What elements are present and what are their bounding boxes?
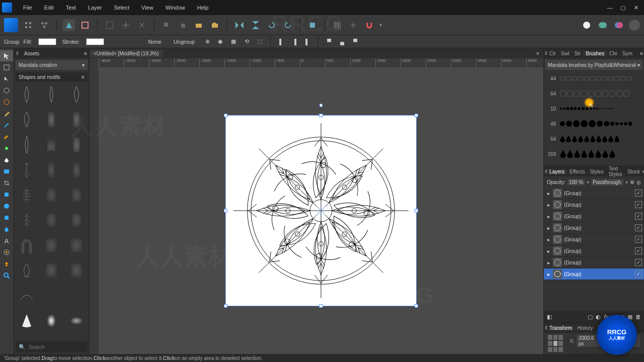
layer-visibility-checkbox[interactable]: ✓ (635, 190, 642, 197)
asset-blur-1[interactable] (42, 110, 61, 129)
asset-leaf-2[interactable] (42, 85, 61, 104)
align-left-icon[interactable]: ▌ (277, 37, 286, 46)
artboard-tool[interactable] (0, 62, 13, 73)
menu-select[interactable]: Select (109, 3, 134, 13)
colour-picker-tool[interactable] (0, 247, 13, 258)
asset-blur-12[interactable] (42, 261, 61, 280)
assets-search-input[interactable] (29, 344, 93, 350)
asset-arch-1[interactable] (17, 236, 36, 255)
asset-blur-11[interactable] (67, 236, 86, 255)
layer-visibility-checkbox[interactable]: ✓ (635, 213, 642, 220)
tab-symbols[interactable]: Sym (620, 51, 635, 56)
asset-fern-1[interactable] (17, 186, 36, 205)
subtract-icon[interactable] (597, 19, 609, 31)
menu-window[interactable]: Window (160, 3, 190, 13)
asset-fern-2[interactable] (17, 211, 36, 230)
asset-flower[interactable] (17, 336, 36, 340)
asset-onion[interactable] (17, 261, 36, 280)
text-tool[interactable]: A (0, 235, 13, 246)
menu-view[interactable]: View (136, 3, 158, 13)
ellipse-tool[interactable] (0, 201, 13, 212)
zoom-tool[interactable] (0, 270, 13, 281)
opacity-value[interactable]: 100 % (568, 179, 585, 186)
tab-stroke[interactable]: Str (572, 51, 583, 56)
menu-layer[interactable]: Layer (83, 3, 107, 13)
rotate-handle[interactable] (319, 104, 323, 107)
snap-grid-icon[interactable] (120, 19, 132, 31)
asset-blur-10[interactable] (42, 236, 61, 255)
layer-expand-icon[interactable]: ▸ (546, 248, 551, 254)
asset-cone[interactable] (17, 311, 36, 330)
tab-brushes[interactable]: Brushes (583, 51, 607, 56)
brush-preset[interactable]: 64 (547, 88, 641, 99)
menu-help[interactable]: Help (192, 3, 214, 13)
view-tool[interactable] (0, 258, 13, 269)
handle-sw[interactable] (224, 304, 227, 308)
tab-history[interactable]: History (575, 325, 595, 331)
tab-transform[interactable]: Transform (547, 325, 575, 331)
point-transform-tool[interactable] (0, 85, 13, 96)
magnet-icon[interactable] (363, 19, 375, 31)
shape-tool[interactable] (0, 189, 13, 200)
assets-section-header[interactable]: Shapes and motifs≡ (16, 72, 88, 82)
handle-w[interactable] (224, 209, 227, 213)
rotate-cw-icon[interactable] (282, 19, 294, 31)
mask-icon[interactable]: ▢ (588, 314, 593, 320)
align-right-icon[interactable]: ▌ (303, 37, 312, 46)
brush-preset[interactable]: 48 (547, 119, 641, 129)
snap-guides-icon[interactable] (136, 19, 148, 31)
close-button[interactable]: ✕ (630, 3, 642, 13)
account-icon[interactable] (629, 20, 640, 31)
menu-file[interactable]: File (18, 3, 37, 13)
grid-icon[interactable] (331, 19, 343, 31)
stroke-none-button[interactable]: None (144, 38, 166, 46)
handle-nw[interactable] (224, 114, 227, 117)
asset-drop-1[interactable] (42, 135, 61, 154)
asset-blur-7[interactable] (67, 186, 86, 205)
tear-tool[interactable] (0, 224, 13, 235)
hide-selection-icon[interactable]: ▦ (229, 37, 238, 46)
layer-target-icon[interactable]: ◎ (636, 179, 641, 185)
rotate-ccw-icon[interactable] (266, 19, 278, 31)
blend-mode-dropdown[interactable]: Passthrough (591, 179, 623, 186)
layer-expand-icon[interactable]: ▸ (546, 225, 551, 231)
tab-textstyles[interactable]: Text Styles (606, 166, 625, 177)
layer-row[interactable]: ▸ (Group) ✓ (544, 199, 644, 211)
layer-expand-icon[interactable]: ▸ (546, 237, 551, 242)
brush-preset[interactable]: 64 (547, 134, 641, 144)
crop-tool[interactable] (0, 177, 13, 189)
brush-tool[interactable] (0, 131, 13, 142)
layer-expand-icon[interactable]: ▸ (546, 214, 551, 219)
intersect-icon[interactable] (613, 19, 625, 31)
asset-arrow[interactable] (17, 160, 36, 179)
cycle-select-icon[interactable]: ⟲ (242, 37, 251, 46)
align-center-icon[interactable]: ▐ (290, 37, 299, 46)
stroke-swatch[interactable] (86, 38, 104, 45)
place-image-tool[interactable] (0, 166, 13, 177)
tab-stock[interactable]: Stock (625, 169, 642, 174)
menu-edit[interactable]: Edit (39, 3, 59, 13)
layer-settings-icon[interactable]: ⚙ (630, 179, 634, 185)
brush-category-dropdown[interactable]: Mandala brushes by Playful&Whimsical▾ (545, 60, 642, 70)
fill-tool[interactable] (0, 143, 13, 154)
layer-visibility-checkbox[interactable]: ✓ (635, 247, 642, 254)
handle-n[interactable] (319, 114, 323, 117)
arrange-forward-icon[interactable] (177, 19, 189, 31)
layer-visibility-checkbox[interactable]: ✓ (635, 270, 642, 278)
layer-expand-icon[interactable]: ▸ (546, 260, 551, 265)
arrange-back-icon[interactable] (160, 19, 173, 31)
tab-styles[interactable]: Styles (587, 169, 606, 174)
layer-visibility-checkbox[interactable]: ✓ (635, 236, 642, 243)
guides-icon[interactable] (347, 19, 359, 31)
snap-icon[interactable] (104, 19, 116, 31)
layer-visibility-checkbox[interactable]: ✓ (635, 224, 642, 231)
layer-row[interactable]: ▸ (Group) ✓ (544, 234, 644, 245)
asset-blur-9[interactable] (67, 211, 86, 230)
persona-designer-icon[interactable] (22, 19, 34, 31)
move-tool[interactable] (0, 50, 13, 61)
layer-expand-icon[interactable]: ▸ (546, 202, 551, 208)
layer-row[interactable]: ▸ (Group) ✓ (544, 188, 644, 199)
assets-tab[interactable]: Assets (20, 51, 43, 56)
tab-character[interactable]: Chr (607, 51, 620, 56)
document-tab[interactable]: <Untitled> [Modified] (19.3%) (90, 50, 163, 57)
